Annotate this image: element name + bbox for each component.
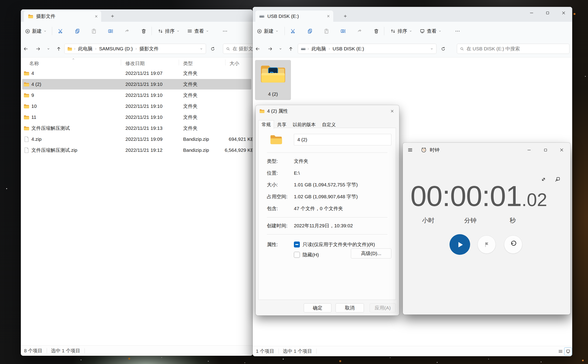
breadcrumb-this-pc[interactable]: 此电脑 [311,46,326,52]
address-dropdown-icon[interactable] [430,47,433,51]
table-row[interactable]: 文件压缩解压测试.zip 2022/11/21 19:12 Bandizip.z… [21,145,253,156]
recent-locations-button[interactable] [276,44,285,54]
minimize-button[interactable] [525,8,538,18]
close-tab-icon[interactable] [327,14,330,18]
command-toolbar: 新建 排序 查看 [21,22,253,40]
table-row[interactable]: 9 2022/11/21 19:10 文件夹 [21,90,253,101]
more-button[interactable] [452,26,463,36]
wallpaper-speckle [574,13,575,15]
search-box[interactable]: 在 摄影文件 中搜索 [223,44,253,54]
more-button[interactable] [220,26,230,36]
readonly-checkbox-indeterminate[interactable] [294,241,300,247]
field-label: 包含: [267,205,278,212]
readonly-label[interactable]: 只读(仅应用于文件夹中的文件)(R) [303,241,375,248]
file-name: 10 [31,104,37,109]
table-row[interactable]: 11 2022/11/21 19:10 文件夹 [21,112,253,123]
reset-button[interactable] [504,235,522,254]
table-row-selected[interactable]: 4 (2) 2022/11/21 19:10 文件夹 [21,79,253,90]
cut-button[interactable] [56,26,66,36]
share-button[interactable] [122,26,132,36]
column-header-date[interactable]: 修改日期 [125,60,145,67]
search-box[interactable]: 在 USB DISK (E:) 中搜索 [457,44,569,54]
cancel-button[interactable]: 取消 [336,303,364,312]
ok-button[interactable]: 确定 [304,303,331,312]
close-button[interactable] [557,8,570,18]
close-button[interactable] [555,145,569,155]
table-row[interactable]: 4.zip 2022/11/21 19:09 Bandizip.zip 694,… [21,134,253,145]
new-button[interactable]: 新建 [25,26,47,36]
sort-button[interactable]: 排序 [390,26,412,36]
rename-button[interactable] [338,26,348,36]
copy-button[interactable] [305,26,315,36]
up-button[interactable] [286,44,296,54]
breadcrumb-usb-disk[interactable]: USB DISK (E:) [333,46,364,52]
share-button[interactable] [355,26,365,36]
file-name: 4 (2) [31,82,41,87]
column-header-type[interactable]: 类型 [183,60,193,67]
delete-button[interactable] [371,26,381,36]
cut-button[interactable] [288,26,298,36]
new-tab-button[interactable] [342,12,349,20]
dialog-close-button[interactable] [389,108,395,114]
table-row[interactable]: 10 2022/11/21 19:10 文件夹 [21,101,253,112]
rename-button[interactable] [105,26,116,36]
recent-locations-button[interactable] [44,44,53,54]
breadcrumb-folder[interactable]: 摄影文件 [139,46,159,52]
refresh-button[interactable] [208,44,217,54]
folder-icon [24,82,30,87]
hidden-checkbox[interactable] [294,252,300,258]
address-dropdown-icon[interactable] [200,47,203,51]
column-header-size[interactable]: 大小 [230,60,239,67]
chevron-right-icon [328,47,331,50]
chevron-down-icon [279,47,282,51]
new-button[interactable]: 新建 [257,26,278,36]
forward-button[interactable] [33,44,43,54]
view-button[interactable]: 查看 [420,26,441,36]
tab-general[interactable]: 常规 [258,120,274,129]
table-row[interactable]: 文件压缩解压测试 2022/11/21 19:13 文件夹 [21,123,253,134]
file-date: 2022/11/21 19:09 [125,136,162,142]
paste-button[interactable] [321,26,331,36]
back-button[interactable] [253,44,262,54]
forward-button[interactable] [265,44,275,54]
file-date: 2022/11/21 19:10 [125,114,162,120]
up-button[interactable] [54,44,63,54]
delete-button[interactable] [139,26,149,36]
plus-circle-icon [257,29,262,34]
menu-button[interactable] [406,145,415,155]
hidden-label[interactable]: 隐藏(H) [303,252,319,258]
icons-view-toggle-active[interactable] [564,348,572,355]
status-selected-count: 选中 1 个项目 [51,348,80,354]
maximize-button[interactable] [539,145,552,155]
apply-button[interactable]: 应用(A) [370,303,396,312]
address-bar[interactable]: 此电脑 SAMSUNG (D:) 摄影文件 [64,44,206,54]
maximize-button[interactable] [541,8,554,18]
start-button[interactable] [450,234,470,255]
view-button[interactable]: 查看 [187,26,209,36]
details-view-toggle[interactable] [557,348,564,355]
back-button[interactable] [21,44,30,54]
address-bar[interactable]: 此电脑 USB DISK (E:) [298,44,436,54]
breadcrumb-drive-d[interactable]: SAMSUNG (D:) [99,46,133,52]
search-placeholder: 在 USB DISK (E:) 中搜索 [466,46,520,52]
chevron-down-icon [176,30,180,33]
advanced-button-label: 高级(D)... [361,250,381,257]
refresh-button[interactable] [438,44,448,54]
sort-button[interactable]: 排序 [158,26,180,36]
new-tab-button[interactable] [109,12,116,20]
file-tile-selected[interactable]: Ps 4 (2) [255,60,291,100]
breadcrumb-this-pc[interactable]: 此电脑 [78,46,92,52]
paste-button[interactable] [89,26,99,36]
copy-button[interactable] [72,26,82,36]
compact-overlay-button[interactable] [553,175,562,184]
lap-flag-button[interactable] [478,235,496,254]
close-tab-icon[interactable] [95,15,98,18]
folder-name-input[interactable]: 4 (2) [294,134,391,145]
advanced-button[interactable]: 高级(D)... [351,248,391,259]
column-header-name[interactable]: 名称 [29,60,39,67]
chevron-right-icon [135,47,138,50]
table-row[interactable]: 4 2022/11/21 19:07 文件夹 [21,68,253,79]
tab-usb-disk[interactable]: USB DISK (E:) [255,11,333,22]
minimize-button[interactable] [522,145,536,155]
tab-photos[interactable]: 摄影文件 [24,11,101,22]
